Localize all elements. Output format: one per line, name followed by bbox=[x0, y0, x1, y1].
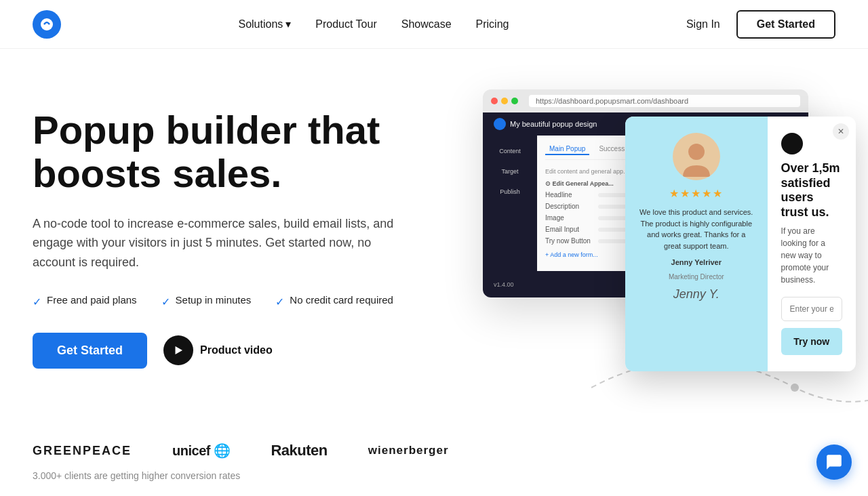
popup-try-button[interactable]: Try now bbox=[781, 328, 842, 355]
svg-point-2 bbox=[688, 144, 705, 160]
nav-solutions[interactable]: Solutions ▾ bbox=[238, 18, 291, 30]
logo-icon bbox=[33, 10, 61, 39]
dashboard-sidebar: Content Target Publish bbox=[483, 136, 537, 271]
logo[interactable] bbox=[33, 10, 61, 39]
chat-widget-button[interactable] bbox=[816, 445, 852, 480]
popup-right-panel: Over 1,5m satisfied users trust us. If y… bbox=[768, 117, 856, 371]
play-icon bbox=[163, 335, 193, 365]
hero-section: Popup builder that boosts sales. A no-co… bbox=[0, 49, 868, 415]
feature-free-plans: ✓ Free and paid plans bbox=[33, 294, 137, 308]
unicef-logo: unicef 🌐 bbox=[172, 442, 230, 459]
sidebar-target-item[interactable]: Target bbox=[488, 164, 532, 179]
popup-preview-modal: ✕ ★★★★★ We love this product and service… bbox=[625, 117, 856, 371]
popup-stars: ★★★★★ bbox=[669, 187, 724, 200]
dashboard-logo: My beautiful popup design bbox=[494, 118, 597, 130]
popup-modal-body: ★★★★★ We love this product and services.… bbox=[625, 117, 856, 371]
popup-avatar bbox=[673, 133, 720, 180]
dot-red bbox=[491, 98, 498, 104]
nav-links: Solutions ▾ Product Tour Showcase Pricin… bbox=[238, 18, 509, 30]
svg-marker-1 bbox=[176, 346, 183, 354]
nav-get-started-button[interactable]: Get Started bbox=[736, 10, 835, 39]
popup-title: Over 1,5m satisfied users trust us. bbox=[781, 161, 842, 220]
logos-section: GREENPEACE unicef 🌐 Rakuten wienerberger… bbox=[0, 415, 868, 495]
nav-actions: Sign In Get Started bbox=[686, 10, 835, 39]
sidebar-content-item[interactable]: Content bbox=[488, 144, 532, 159]
popup-signature: Jenny Y. bbox=[673, 287, 719, 302]
field-label-button: Try now Button bbox=[545, 237, 593, 245]
popup-reviewer-name: Jenny Yelriver bbox=[671, 258, 722, 266]
popup-review-text: We love this product and services. The p… bbox=[639, 207, 754, 251]
hero-description: A no-code tool to increase e-commerce sa… bbox=[33, 214, 399, 272]
brand-logos-row: GREENPEACE unicef 🌐 Rakuten wienerberger bbox=[33, 442, 835, 459]
svg-point-0 bbox=[41, 18, 53, 30]
nav-showcase[interactable]: Showcase bbox=[401, 18, 452, 30]
nav-pricing[interactable]: Pricing bbox=[476, 18, 509, 30]
dot-yellow bbox=[501, 98, 508, 104]
dashboard-app-title: My beautiful popup design bbox=[510, 120, 597, 128]
hero-cta-group: Get Started Product video bbox=[33, 333, 399, 369]
checkmark-icon: ✓ bbox=[33, 295, 41, 308]
feature-no-credit-card: ✓ No credit card required bbox=[275, 294, 393, 308]
feature-setup: ✓ Setup in minutes bbox=[161, 294, 252, 308]
wienerberger-logo: wienerberger bbox=[368, 444, 449, 457]
version-label: v1.4.00 bbox=[494, 281, 514, 288]
navbar: Solutions ▾ Product Tour Showcase Pricin… bbox=[0, 0, 868, 49]
clients-text: 3.000+ clients are getting higher conver… bbox=[33, 470, 835, 481]
popup-email-input[interactable] bbox=[781, 297, 842, 321]
tab-main-popup[interactable]: Main Popup bbox=[545, 144, 589, 155]
checkmark-icon: ✓ bbox=[275, 295, 284, 308]
checkmark-icon: ✓ bbox=[161, 295, 170, 308]
popup-subtitle: If you are looking for a new way to prom… bbox=[781, 225, 842, 286]
hero-features: ✓ Free and paid plans ✓ Setup in minutes… bbox=[33, 294, 399, 308]
popup-brand-logo bbox=[781, 133, 803, 154]
dot-green bbox=[511, 98, 518, 104]
browser-bar: https://dashboard.popupsmart.com/dashboa… bbox=[483, 89, 808, 112]
field-label-headline: Headline bbox=[545, 191, 593, 199]
chevron-down-icon: ▾ bbox=[285, 18, 291, 30]
hero-content: Popup builder that boosts sales. A no-co… bbox=[33, 108, 399, 369]
hero-visual: https://dashboard.popupsmart.com/dashboa… bbox=[456, 89, 835, 388]
sign-in-link[interactable]: Sign In bbox=[686, 18, 720, 30]
hero-title: Popup builder that boosts sales. bbox=[33, 108, 399, 195]
popup-reviewer-title: Marketing Director bbox=[669, 273, 724, 281]
svg-point-3 bbox=[791, 384, 799, 392]
sidebar-publish-item[interactable]: Publish bbox=[488, 184, 532, 199]
product-video-link[interactable]: Product video bbox=[163, 335, 273, 365]
field-label-email: Email Input bbox=[545, 226, 593, 233]
nav-product-tour[interactable]: Product Tour bbox=[315, 18, 376, 30]
popup-left-panel: ★★★★★ We love this product and services.… bbox=[625, 117, 768, 371]
field-label-image: Image bbox=[545, 214, 593, 222]
greenpeace-logo: GREENPEACE bbox=[33, 444, 132, 458]
popup-close-button[interactable]: ✕ bbox=[833, 123, 849, 140]
browser-url-bar: https://dashboard.popupsmart.com/dashboa… bbox=[529, 95, 800, 107]
dashboard-logo-icon bbox=[494, 118, 506, 130]
hero-get-started-button[interactable]: Get Started bbox=[33, 333, 147, 369]
browser-dots bbox=[491, 98, 518, 104]
field-label-description: Description bbox=[545, 203, 593, 210]
rakuten-logo: Rakuten bbox=[271, 442, 327, 459]
